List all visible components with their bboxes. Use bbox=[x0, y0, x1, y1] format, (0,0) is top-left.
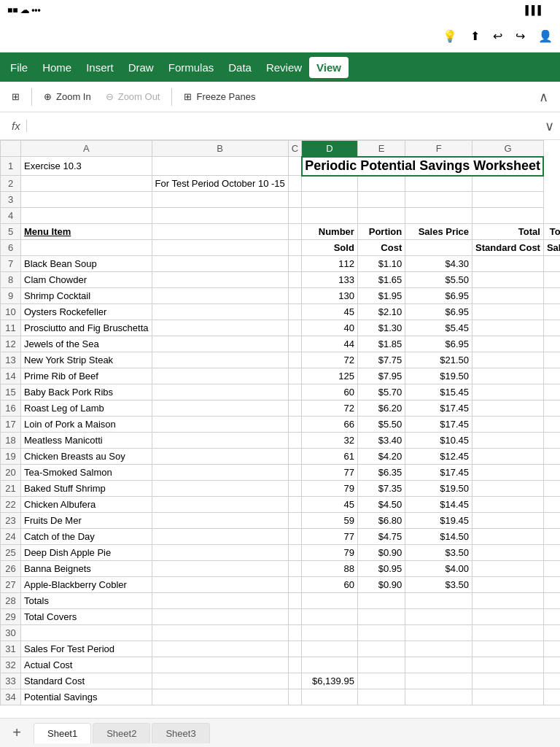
cell-22-undefined[interactable] bbox=[543, 497, 560, 513]
cell-17-undefined[interactable] bbox=[543, 417, 560, 433]
cell-32-G[interactable] bbox=[472, 657, 544, 673]
cell-11-E[interactable]: $1.30 bbox=[357, 320, 405, 336]
cell-33-C[interactable] bbox=[288, 673, 301, 689]
cell-10-E[interactable]: $2.10 bbox=[357, 304, 405, 320]
sheet-tab-3[interactable]: Sheet3 bbox=[152, 723, 209, 743]
cell-5-E[interactable]: Portion bbox=[357, 224, 405, 240]
col-header-C[interactable]: C bbox=[288, 141, 301, 157]
cell-13-E[interactable]: $7.75 bbox=[357, 352, 405, 368]
cell-1-B[interactable] bbox=[152, 157, 288, 176]
cell-33-E[interactable] bbox=[357, 673, 405, 689]
cell-18-D[interactable]: 32 bbox=[302, 433, 358, 449]
col-header-B[interactable]: B bbox=[152, 141, 288, 157]
cell-31-B[interactable] bbox=[152, 641, 288, 657]
cell-3-F[interactable] bbox=[405, 192, 472, 208]
col-header-E[interactable]: E bbox=[357, 141, 405, 157]
cell-16-undefined[interactable] bbox=[543, 400, 560, 417]
cell-11-F[interactable]: $5.45 bbox=[405, 320, 472, 336]
cell-11-G[interactable] bbox=[472, 320, 544, 336]
cell-32-A[interactable]: Actual Cost bbox=[21, 657, 152, 673]
cell-33-D[interactable]: $6,139.95 bbox=[302, 673, 358, 689]
cell-17-G[interactable] bbox=[472, 417, 544, 433]
menu-review[interactable]: Review bbox=[259, 57, 309, 78]
menu-view[interactable]: View bbox=[309, 57, 349, 78]
cell-5-F[interactable]: Sales Price bbox=[405, 224, 472, 240]
cell-17-D[interactable]: 66 bbox=[302, 417, 358, 433]
cell-15-C[interactable] bbox=[288, 384, 301, 400]
cell-27-F[interactable]: $3.50 bbox=[405, 577, 472, 593]
cell-5-G[interactable]: Total bbox=[472, 224, 544, 240]
cell-30-B[interactable] bbox=[152, 625, 288, 641]
cell-29-undefined[interactable] bbox=[543, 609, 560, 625]
cell-34-F[interactable] bbox=[405, 689, 472, 705]
cell-10-undefined[interactable] bbox=[543, 304, 560, 320]
cell-16-C[interactable] bbox=[288, 400, 301, 417]
cell-20-D[interactable]: 77 bbox=[302, 465, 358, 481]
menu-home[interactable]: Home bbox=[35, 57, 79, 78]
cell-23-C[interactable] bbox=[288, 513, 301, 529]
cell-14-F[interactable]: $19.50 bbox=[405, 368, 472, 384]
cell-26-A[interactable]: Banna Beignets bbox=[21, 561, 152, 577]
cell-6-0[interactable] bbox=[21, 240, 152, 256]
cell-8-E[interactable]: $1.65 bbox=[357, 272, 405, 288]
cell-31-G[interactable] bbox=[472, 641, 544, 657]
cell-21-D[interactable]: 79 bbox=[302, 481, 358, 497]
cell-3-C[interactable] bbox=[288, 192, 301, 208]
cell-9-F[interactable]: $6.95 bbox=[405, 288, 472, 304]
sheet-tab-1[interactable]: Sheet1 bbox=[34, 723, 91, 743]
cell-14-D[interactable]: 125 bbox=[302, 368, 358, 384]
cell-13-F[interactable]: $21.50 bbox=[405, 352, 472, 368]
cell-15-B[interactable] bbox=[152, 384, 288, 400]
cell-27-A[interactable]: Apple-Blackberry Cobler bbox=[21, 577, 152, 593]
add-sheet-button[interactable]: + bbox=[6, 722, 28, 744]
cell-32-E[interactable] bbox=[357, 657, 405, 673]
cell-18-E[interactable]: $3.40 bbox=[357, 433, 405, 449]
cell-8-A[interactable]: Clam Chowder bbox=[21, 272, 152, 288]
cell-15-F[interactable]: $15.45 bbox=[405, 384, 472, 400]
cell-34-B[interactable] bbox=[152, 689, 288, 705]
cell-27-B[interactable] bbox=[152, 577, 288, 593]
cell-4-G[interactable] bbox=[472, 208, 544, 224]
cell-23-D[interactable]: 59 bbox=[302, 513, 358, 529]
cell-13-A[interactable]: New York Strip Steak bbox=[21, 352, 152, 368]
cell-33-B[interactable] bbox=[152, 673, 288, 689]
cell-21-E[interactable]: $7.35 bbox=[357, 481, 405, 497]
share-icon[interactable]: ⬆ bbox=[470, 29, 480, 43]
cell-31-E[interactable] bbox=[357, 641, 405, 657]
cell-34-C[interactable] bbox=[288, 689, 301, 705]
cell-32-undefined[interactable] bbox=[543, 657, 560, 673]
cell-28-A[interactable]: Totals bbox=[21, 593, 152, 609]
cell-7-F[interactable]: $4.30 bbox=[405, 256, 472, 272]
cell-9-B[interactable] bbox=[152, 288, 288, 304]
cell-4-F[interactable] bbox=[405, 208, 472, 224]
cell-2-F[interactable] bbox=[405, 176, 472, 192]
cell-29-G[interactable] bbox=[472, 609, 544, 625]
cell-6-2[interactable] bbox=[288, 240, 301, 256]
cell-27-undefined[interactable] bbox=[543, 577, 560, 593]
cell-30-G[interactable] bbox=[472, 625, 544, 641]
cell-8-B[interactable] bbox=[152, 272, 288, 288]
cell-23-B[interactable] bbox=[152, 513, 288, 529]
cell-18-C[interactable] bbox=[288, 433, 301, 449]
cell-32-D[interactable] bbox=[302, 657, 358, 673]
cell-12-undefined[interactable] bbox=[543, 336, 560, 352]
cell-4-B[interactable] bbox=[152, 208, 288, 224]
cell-2-E[interactable] bbox=[357, 176, 405, 192]
cell-25-C[interactable] bbox=[288, 545, 301, 561]
cell-26-B[interactable] bbox=[152, 561, 288, 577]
cell-23-F[interactable]: $19.45 bbox=[405, 513, 472, 529]
cell-21-B[interactable] bbox=[152, 481, 288, 497]
cell-11-D[interactable]: 40 bbox=[302, 320, 358, 336]
cell-23-undefined[interactable] bbox=[543, 513, 560, 529]
cell-33-G[interactable] bbox=[472, 673, 544, 689]
zoom-in-button[interactable]: ⊕ Zoom In bbox=[38, 88, 97, 105]
cell-21-undefined[interactable] bbox=[543, 481, 560, 497]
cell-13-undefined[interactable] bbox=[543, 352, 560, 368]
col-header-F[interactable]: F bbox=[405, 141, 472, 157]
cell-20-E[interactable]: $6.35 bbox=[357, 465, 405, 481]
cell-8-undefined[interactable] bbox=[543, 272, 560, 288]
cell-9-G[interactable] bbox=[472, 288, 544, 304]
cell-25-E[interactable]: $0.90 bbox=[357, 545, 405, 561]
cell-6-7[interactable]: Sales bbox=[543, 240, 560, 256]
cell-18-B[interactable] bbox=[152, 433, 288, 449]
